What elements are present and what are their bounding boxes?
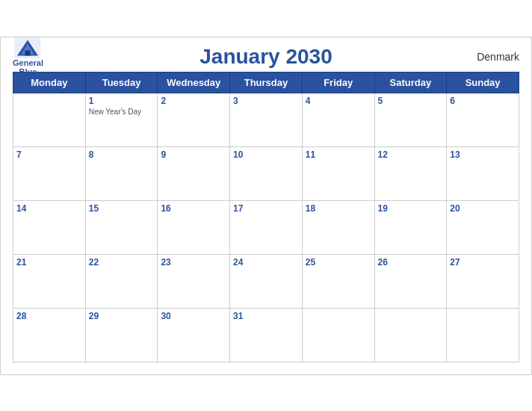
weekday-header-row: Monday Tuesday Wednesday Thursday Friday… — [13, 72, 519, 93]
calendar-header: General Blue January 2030 Denmark — [13, 45, 519, 69]
day-number: 31 — [233, 311, 299, 321]
week-row-5: 28293031 — [13, 308, 519, 362]
weekday-saturday: Saturday — [374, 72, 447, 93]
day-number: 1 — [89, 96, 155, 106]
day-number: 28 — [16, 311, 82, 321]
day-number: 2 — [161, 96, 226, 106]
day-number: 21 — [16, 257, 82, 268]
day-number: 13 — [450, 149, 516, 160]
calendar-cell: 10 — [230, 146, 303, 200]
logo-blue: Blue — [19, 67, 37, 76]
calendar-cell: 7 — [13, 146, 86, 200]
logo-general: General — [13, 58, 43, 67]
calendar-cell: 24 — [230, 254, 303, 308]
calendar-cell: 21 — [13, 254, 86, 308]
calendar-cell: 31 — [230, 308, 303, 362]
calendar-cell: 16 — [158, 200, 230, 254]
day-number: 8 — [89, 149, 155, 160]
weekday-friday: Friday — [302, 72, 374, 93]
week-row-1: 1New Year's Day23456 — [13, 93, 519, 146]
calendar-cell: 1New Year's Day — [85, 93, 158, 146]
calendar-cell: 22 — [85, 254, 158, 308]
calendar-cell — [13, 93, 86, 146]
week-row-4: 21222324252627 — [13, 254, 519, 308]
calendar-cell: 4 — [302, 93, 374, 146]
day-number: 23 — [161, 257, 226, 268]
calendar-cell: 14 — [13, 200, 86, 254]
calendar-cell: 9 — [158, 146, 230, 200]
holiday-label: New Year's Day — [89, 108, 155, 116]
day-number: 19 — [378, 203, 444, 214]
calendar-cell: 18 — [302, 200, 374, 254]
day-number: 4 — [306, 96, 371, 106]
calendar-cell: 3 — [230, 93, 303, 146]
calendar-cell: 6 — [447, 93, 519, 146]
day-number: 14 — [16, 203, 82, 214]
day-number: 20 — [450, 203, 516, 214]
day-number: 26 — [378, 257, 444, 268]
day-number: 12 — [378, 149, 444, 160]
calendar-cell: 20 — [447, 200, 519, 254]
weekday-thursday: Thursday — [230, 72, 303, 93]
calendar-country: Denmark — [477, 51, 519, 63]
day-number: 6 — [450, 96, 516, 106]
svg-rect-3 — [25, 50, 31, 55]
calendar-cell: 23 — [158, 254, 230, 308]
weekday-tuesday: Tuesday — [85, 72, 158, 93]
day-number: 29 — [89, 311, 155, 321]
calendar-cell — [374, 308, 447, 362]
calendar-cell: 12 — [374, 146, 447, 200]
day-number: 3 — [233, 96, 299, 106]
day-number: 27 — [450, 257, 516, 268]
calendar-cell: 27 — [447, 254, 519, 308]
calendar-cell: 17 — [230, 200, 303, 254]
calendar-cell — [447, 308, 519, 362]
calendar-cell: 8 — [85, 146, 158, 200]
day-number: 5 — [378, 96, 444, 106]
weekday-wednesday: Wednesday — [158, 72, 230, 93]
calendar-cell — [302, 308, 374, 362]
calendar-cell: 11 — [302, 146, 374, 200]
day-number: 9 — [161, 149, 226, 160]
day-number: 16 — [161, 203, 226, 214]
calendar-container: General Blue January 2030 Denmark Monday… — [0, 37, 532, 375]
week-row-3: 14151617181920 — [13, 200, 519, 254]
calendar-cell: 2 — [158, 93, 230, 146]
logo-icon — [14, 37, 41, 58]
calendar-cell: 26 — [374, 254, 447, 308]
day-number: 30 — [161, 311, 226, 321]
day-number: 15 — [89, 203, 155, 214]
day-number: 18 — [306, 203, 371, 214]
calendar-table: Monday Tuesday Wednesday Thursday Friday… — [13, 72, 519, 362]
day-number: 7 — [16, 149, 82, 160]
week-row-2: 78910111213 — [13, 146, 519, 200]
calendar-cell: 28 — [13, 308, 86, 362]
day-number: 24 — [233, 257, 299, 268]
logo: General Blue — [13, 37, 43, 76]
calendar-cell: 13 — [447, 146, 519, 200]
day-number: 25 — [306, 257, 371, 268]
day-number: 10 — [233, 149, 299, 160]
calendar-cell: 25 — [302, 254, 374, 308]
day-number: 11 — [306, 149, 371, 160]
day-number: 22 — [89, 257, 155, 268]
calendar-cell: 30 — [158, 308, 230, 362]
calendar-cell: 15 — [85, 200, 158, 254]
calendar-title: January 2030 — [13, 45, 519, 69]
calendar-cell: 19 — [374, 200, 447, 254]
weekday-sunday: Sunday — [447, 72, 519, 93]
calendar-thead: Monday Tuesday Wednesday Thursday Friday… — [13, 72, 519, 93]
calendar-cell: 5 — [374, 93, 447, 146]
calendar-body: 1New Year's Day2345678910111213141516171… — [13, 93, 519, 362]
calendar-cell: 29 — [85, 308, 158, 362]
day-number: 17 — [233, 203, 299, 214]
